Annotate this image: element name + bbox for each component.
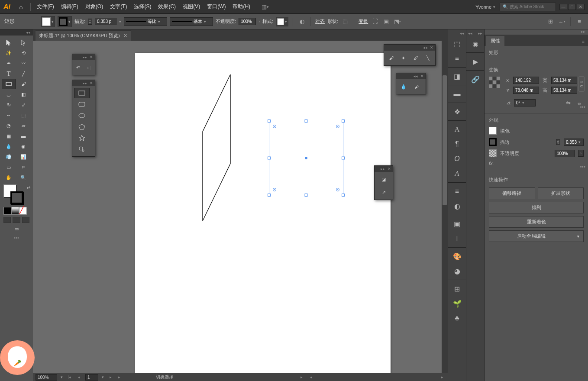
gradient-tool[interactable]: ▬ — [16, 131, 30, 141]
sel-handle-tl[interactable] — [268, 119, 271, 123]
scroll-left[interactable]: ▸ — [298, 375, 304, 380]
symbols2-icon[interactable]: ⊞ — [448, 281, 466, 296]
symbol-sprayer-tool[interactable]: 💨 — [2, 152, 16, 162]
envelope-icon[interactable]: ⬔▾ — [393, 17, 402, 26]
stroke-preset-dropdown[interactable]: ▾ — [119, 19, 121, 24]
panel-menu-icon[interactable]: ≡ — [578, 37, 588, 46]
brush2-icon[interactable]: 🖊 — [411, 53, 420, 63]
paintbrush-tool[interactable]: 🖌 — [16, 79, 30, 89]
line-tool[interactable]: ╱ — [16, 68, 30, 79]
workspace-switcher-icon[interactable]: ▥ ▾ — [261, 3, 269, 11]
align-label[interactable]: 对齐 — [315, 18, 325, 25]
brush-icon[interactable]: 🖌 — [387, 53, 396, 63]
selection-tool[interactable] — [2, 37, 16, 48]
zoom-tool[interactable]: 🔍 — [16, 172, 30, 183]
global-edit-button[interactable]: 启动全局编辑 ▾ — [489, 230, 584, 242]
sel-handle-bl[interactable] — [268, 194, 271, 197]
direct-selection-tool[interactable] — [16, 37, 30, 48]
home-icon[interactable]: ⌂ — [19, 3, 23, 10]
redo-icon[interactable]: ▸| — [86, 63, 92, 72]
opacity-dropdown[interactable]: › — [258, 19, 260, 24]
appearance-more[interactable]: ••• — [580, 164, 585, 170]
glyphs-icon[interactable]: A — [448, 166, 466, 181]
color-gradient[interactable] — [11, 207, 19, 215]
swap-fill-stroke-icon[interactable]: ⇄ — [27, 185, 30, 190]
isolate-icon[interactable]: ▣ — [382, 17, 391, 26]
transform-more[interactable]: ••• — [580, 104, 585, 110]
recolor-button[interactable]: 重新着色 — [489, 216, 584, 228]
flip-h-icon[interactable]: ⇋ — [564, 98, 572, 107]
type2-icon[interactable]: A — [448, 122, 466, 137]
export-icon[interactable]: ↗ — [379, 187, 388, 197]
lasso-tool[interactable]: ⟲ — [16, 48, 30, 58]
panel-collapse[interactable]: ▸▸ — [485, 29, 588, 35]
hand-tool[interactable]: ✋ — [2, 172, 16, 183]
shape-star[interactable] — [74, 133, 90, 143]
arrange-button[interactable]: 排列 — [489, 202, 584, 213]
sel-handle-tr[interactable] — [342, 119, 345, 123]
stroke-width-input[interactable] — [95, 18, 116, 25]
sel-handle-br[interactable] — [342, 194, 345, 197]
opacity-swatch[interactable] — [489, 149, 497, 157]
last-artboard[interactable]: ▸| — [117, 375, 123, 380]
appearance2-icon[interactable]: ▣ — [448, 216, 466, 231]
draw-inside[interactable] — [22, 217, 29, 223]
first-artboard[interactable]: |◂ — [66, 375, 72, 380]
shape-ellipse[interactable] — [74, 110, 90, 121]
stroke2-icon[interactable]: ≡ — [448, 184, 466, 199]
close-button[interactable]: ✕ — [577, 4, 585, 10]
sel-handle-mr[interactable] — [342, 157, 345, 160]
menu-file[interactable]: 文件(F) — [33, 3, 57, 10]
artboard-dropdown[interactable]: ▾ — [102, 375, 104, 379]
blend-tool[interactable]: ◉ — [16, 141, 30, 152]
opacity-input[interactable] — [239, 18, 256, 25]
menu-edit[interactable]: 编辑(E) — [58, 3, 82, 10]
arrange-icon[interactable]: ⊞ — [546, 17, 555, 26]
y-input[interactable] — [513, 87, 539, 94]
parallelogram-shape[interactable] — [201, 74, 232, 222]
type-tool[interactable]: T — [2, 68, 16, 79]
search-input[interactable]: 🔍搜索 Adobe Stock — [500, 3, 556, 11]
transform-label[interactable]: 变换 — [359, 18, 368, 25]
fx-label[interactable]: fx. — [489, 161, 494, 166]
opacity-arrow[interactable]: › — [578, 150, 584, 157]
maximize-button[interactable]: □ — [568, 4, 576, 10]
artboards-icon[interactable]: ⬚ — [448, 36, 466, 51]
pen-tool[interactable]: ✒ — [2, 58, 16, 68]
style-swatch[interactable]: ▾ — [276, 17, 288, 26]
next-artboard[interactable]: ▸ — [107, 375, 113, 380]
perspective-tool[interactable]: ▱ — [16, 120, 30, 131]
stroke-swatch2[interactable] — [489, 138, 497, 146]
close-icon[interactable]: ✕ — [90, 55, 93, 59]
scroll-thumb[interactable] — [443, 75, 447, 205]
eyedropper2-icon[interactable]: 💧 — [399, 82, 408, 91]
tab-close-icon[interactable]: ✕ — [123, 33, 127, 39]
graph-tool[interactable]: 📊 — [16, 152, 30, 162]
brush3-icon[interactable]: 🖌 — [412, 82, 421, 91]
graphic-styles-icon[interactable]: ⫴ — [448, 231, 466, 246]
opentype-icon[interactable]: O — [448, 152, 466, 166]
align-icon[interactable]: ≡ — [448, 51, 466, 66]
line-icon[interactable]: ╲ — [424, 53, 433, 63]
toolbox-collapse[interactable]: ◂◂ — [0, 29, 33, 36]
minimize-button[interactable]: — — [559, 4, 567, 10]
menu-help[interactable]: 帮助(H) — [229, 3, 254, 10]
menu-view[interactable]: 视图(V) — [179, 3, 204, 10]
shape-mode-icon[interactable]: ⬚ — [341, 17, 349, 26]
transparency-icon[interactable]: ◐ — [448, 199, 466, 213]
brush-select[interactable]: 基本▾ — [170, 17, 213, 26]
eraser-tool[interactable]: ◧ — [16, 89, 30, 100]
sel-handle-bc[interactable] — [305, 194, 308, 197]
corner-widget-bl[interactable] — [273, 188, 276, 191]
stroke-stepper2[interactable]: ▴▾ — [556, 139, 560, 145]
color-none[interactable]: ╱ — [19, 207, 27, 215]
vertical-scrollbar[interactable] — [442, 41, 448, 373]
expand-shape-button[interactable]: 扩展形状 — [538, 187, 584, 199]
mesh-tool[interactable]: ▦ — [2, 131, 16, 141]
eyedropper-tool[interactable]: 💧 — [2, 141, 16, 152]
draw-behind[interactable] — [13, 217, 20, 223]
stroke-swatch[interactable]: ▾ — [58, 16, 72, 27]
artboard-input[interactable] — [85, 374, 98, 381]
align-panel-icon[interactable]: ⫠▾ — [557, 17, 566, 26]
shaper-tool[interactable]: ◡ — [2, 89, 16, 100]
